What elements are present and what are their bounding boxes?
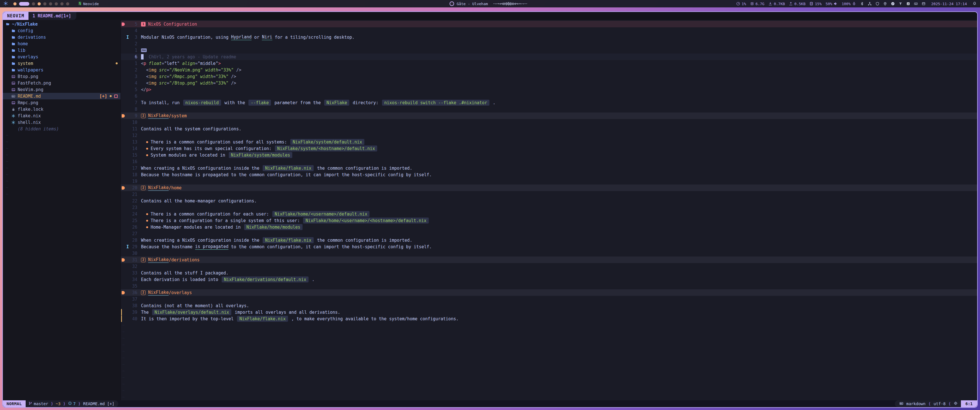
- fold-marker-icon[interactable]: [122, 291, 125, 294]
- fold-column[interactable]: [121, 186, 125, 190]
- tab-readme[interactable]: 1 README.md[1+]: [29, 12, 76, 20]
- editor-line-21[interactable]: 21: [121, 191, 977, 198]
- editor-line-9[interactable]: 92NixFlake/system: [121, 113, 977, 119]
- editor-line-25[interactable]: 25●There is a configuration for a single…: [121, 217, 977, 224]
- editor-line-5[interactable]: 51NixOS Configuration: [121, 21, 977, 27]
- workspace-6[interactable]: [49, 2, 52, 5]
- fold-column[interactable]: [121, 291, 125, 294]
- editor-line-20[interactable]: 202NixFlake/home: [121, 184, 977, 191]
- tree-item-shell-nix[interactable]: shell.nix: [3, 119, 121, 126]
- fold-column[interactable]: [121, 114, 125, 118]
- tree-item-wallpapers[interactable]: wallpapers: [3, 67, 121, 73]
- line-number: 40: [130, 316, 137, 321]
- editor-line-33[interactable]: 33Contains all the stuff I packaged.: [121, 270, 977, 276]
- tree-item-8-hidden-items[interactable]: (8 hidden items): [3, 126, 121, 132]
- music-widget[interactable]: Gåte - Ulveham: [450, 2, 527, 6]
- editor-line-13[interactable]: 13●There is a common configuration used …: [121, 139, 977, 145]
- editor-line-24[interactable]: 24●There is a common configuration for e…: [121, 211, 977, 217]
- editor-line-6[interactable]: 6: [121, 93, 977, 99]
- check-icon[interactable]: [891, 2, 895, 6]
- editor-line-26[interactable]: 26●Home-Manager modules are located in N…: [121, 224, 977, 230]
- editor-line-1[interactable]: 1PNG: [121, 47, 977, 54]
- location-icon[interactable]: [883, 2, 887, 6]
- editor-line-8[interactable]: 8: [121, 106, 977, 113]
- editor-line-30[interactable]: 30: [121, 250, 977, 256]
- workspace-3[interactable]: [32, 2, 35, 5]
- tree-item-derivations[interactable]: derivations: [3, 34, 121, 40]
- workspace-1[interactable]: [13, 2, 16, 5]
- editor-line-27[interactable]: 27: [121, 230, 977, 237]
- editor-line-35[interactable]: 35: [121, 283, 977, 289]
- editor-line-4[interactable]: 4 <img src="/Btop.png" width="33%" />: [121, 80, 977, 86]
- bluetooth-icon[interactable]: [860, 2, 864, 6]
- stat-disk: 15%: [809, 2, 821, 6]
- editor-line-15[interactable]: 15●System modules are located in NixFlak…: [121, 152, 977, 158]
- editor-line-18[interactable]: 18Because the hostname is propagated to …: [121, 172, 977, 178]
- editor-line-19[interactable]: 19: [121, 178, 977, 184]
- workspace-8[interactable]: [60, 2, 64, 5]
- tree-item-home[interactable]: home: [3, 40, 121, 47]
- editor-line-36[interactable]: 362NixFlake/overlays: [121, 289, 977, 296]
- tree-item-fastfetch-png[interactable]: FastFetch.png: [3, 80, 121, 86]
- workspace-4[interactable]: [38, 2, 41, 5]
- code-segment-t: There is a common configuration for each…: [151, 211, 272, 217]
- funnel-icon[interactable]: [899, 2, 902, 6]
- editor-line-31[interactable]: 312NixFlake/derivations: [121, 256, 977, 263]
- fold-column[interactable]: [121, 22, 125, 26]
- editor-line-37[interactable]: 37: [121, 296, 977, 302]
- editor-line-2[interactable]: 2: [121, 40, 977, 47]
- tree-item-nixflake[interactable]: ~/NixFlake: [3, 21, 121, 27]
- editor-line-16[interactable]: 16: [121, 158, 977, 165]
- editor-line-22[interactable]: 22Contains all the home-manager configur…: [121, 198, 977, 204]
- tray-icon[interactable]: [921, 2, 926, 6]
- network-icon[interactable]: [868, 2, 872, 6]
- editor-line-14[interactable]: 14●Every system has its own special conf…: [121, 145, 977, 152]
- editor-line-10[interactable]: 10: [121, 119, 977, 126]
- bell-icon[interactable]: [973, 2, 977, 6]
- editor-line-11[interactable]: 11Contains all the system configurations…: [121, 126, 977, 132]
- editor-buffer[interactable]: 51NixOS Configuration4I3Modular NixOS co…: [121, 20, 977, 400]
- editor-line-4[interactable]: 4: [121, 27, 977, 34]
- tree-item-readme-md[interactable]: README.md[+]: [3, 93, 121, 99]
- editor-line-39[interactable]: 39The NixFlake/overlays/default.nix impo…: [121, 309, 977, 315]
- editor-line-17[interactable]: 17When creating a NixOS configuration in…: [121, 165, 977, 172]
- editor-line-28[interactable]: 28When creating a NixOS configuration in…: [121, 237, 977, 243]
- fold-marker-icon[interactable]: [122, 186, 125, 190]
- tree-item-btop-png[interactable]: Btop.png: [3, 73, 121, 80]
- fold-marker-icon[interactable]: [122, 258, 125, 262]
- editor-line-6[interactable]: 6 ChUrl, 2 years ago - Update readme: [121, 54, 977, 60]
- workspace-2-active[interactable]: [19, 2, 29, 6]
- tree-item-rmpc-png[interactable]: Rmpc.png: [3, 99, 121, 106]
- editor-line-7[interactable]: 7To install, run nixos-rebuild with the …: [121, 99, 977, 106]
- workspace-7[interactable]: [55, 2, 58, 5]
- tree-item-system[interactable]: system: [3, 60, 121, 67]
- fold-marker-icon[interactable]: [122, 114, 125, 118]
- editor-line-12[interactable]: 12: [121, 132, 977, 139]
- editor-line-3[interactable]: 3 <img src="/Rmpc.png" width="33%" />: [121, 73, 977, 80]
- workspace-9[interactable]: [66, 2, 69, 5]
- code-segment-code: NixFlake: [324, 100, 349, 106]
- tree-item-neovim-png[interactable]: NeoVim.png: [3, 86, 121, 93]
- tree-item-lib[interactable]: lib: [3, 47, 121, 54]
- editor-line-3[interactable]: I3Modular NixOS configuration, using Hyp…: [121, 34, 977, 40]
- editor-line-2[interactable]: 2 <img src="/NeoVim.png" width="33%" />: [121, 67, 977, 73]
- editor-line-23[interactable]: 23: [121, 204, 977, 211]
- tree-item-flake-nix[interactable]: flake.nix: [3, 113, 121, 119]
- editor-line-29[interactable]: I29Because the hostname is propagated to…: [121, 243, 977, 250]
- tree-item-flake-lock[interactable]: flake.lock: [3, 106, 121, 113]
- workspace-5[interactable]: [43, 2, 46, 5]
- shield-icon[interactable]: [875, 2, 880, 6]
- tree-item-overlays[interactable]: overlays: [3, 54, 121, 60]
- zbox-icon[interactable]: [906, 2, 910, 6]
- fold-marker-icon[interactable]: [122, 22, 125, 26]
- editor-line-1[interactable]: 1<p float="left" align="middle">: [121, 60, 977, 67]
- editor-line-40[interactable]: 40It is then imported by the top-level N…: [121, 315, 977, 322]
- keyboard-icon[interactable]: [914, 2, 918, 6]
- editor-line-34[interactable]: 34Each derivation is loaded into NixFlak…: [121, 276, 977, 283]
- fold-column[interactable]: [121, 258, 125, 262]
- tree-item-config[interactable]: config: [3, 27, 121, 34]
- visualizer-bar: [495, 3, 495, 4]
- editor-line-32[interactable]: 32: [121, 263, 977, 270]
- editor-line-38[interactable]: 38Contains (not at the moment) all overl…: [121, 302, 977, 309]
- editor-line-5[interactable]: 5</p>: [121, 86, 977, 93]
